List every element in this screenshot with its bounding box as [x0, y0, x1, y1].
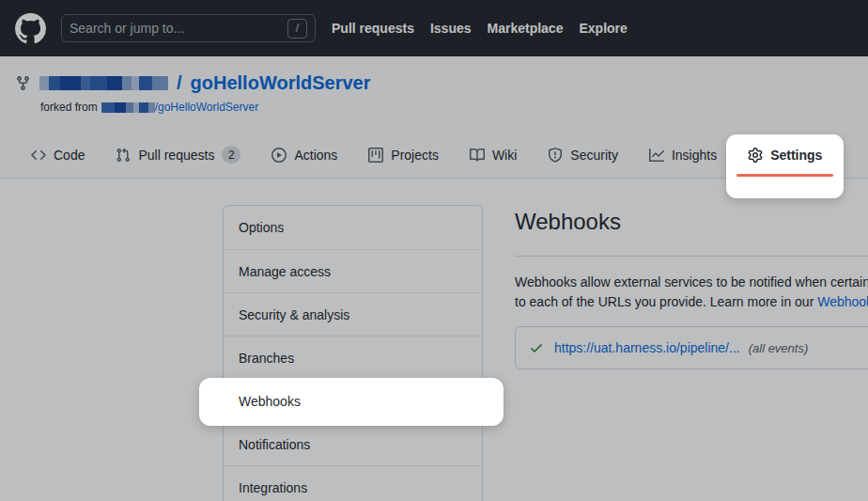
webhook-events-label: (all events) — [749, 341, 809, 355]
repo-title: / goHelloWorldServer — [15, 72, 853, 94]
tab-label: Security — [570, 148, 618, 163]
tab-label: Actions — [294, 148, 337, 163]
sidebar-item-notifications[interactable]: Notifications — [224, 422, 482, 465]
tab-actions[interactable]: Actions — [264, 132, 345, 178]
tab-label: Pull requests — [138, 148, 214, 163]
sidebar-item-integrations[interactable]: Integrations — [224, 465, 482, 501]
webhooks-description-line2: to each of the URLs you provide. Learn m… — [515, 292, 868, 312]
tab-projects[interactable]: Projects — [361, 132, 446, 178]
tab-label: Insights — [672, 148, 717, 163]
repo-breadcrumb-separator: / — [177, 72, 182, 94]
tab-insights[interactable]: Insights — [642, 132, 724, 178]
repo-header: / goHelloWorldServer forked from /goHell… — [0, 56, 868, 132]
tab-label: Settings — [770, 148, 822, 163]
sidebar-item-options[interactable]: Options — [224, 206, 482, 249]
nav-link-explore[interactable]: Explore — [579, 21, 627, 36]
nav-link-issues[interactable]: Issues — [430, 21, 472, 36]
forked-repo-link[interactable]: /goHelloWorldServer — [155, 101, 259, 114]
page-title: Webhooks — [515, 209, 868, 257]
selected-tab-underline — [736, 174, 833, 177]
project-icon — [368, 148, 383, 163]
description-text: to each of the URLs you provide. Learn m… — [515, 294, 817, 309]
redacted-fork-owner-blur[interactable] — [101, 102, 155, 113]
global-nav-links: Pull requests Issues Marketplace Explore — [332, 21, 628, 36]
tab-code[interactable]: Code — [23, 132, 92, 178]
pull-request-icon — [116, 148, 131, 163]
forked-from-label: forked from — [40, 101, 98, 114]
repo-name-link[interactable]: goHelloWorldServer — [191, 72, 371, 94]
forked-from-row: forked from /goHelloWorldServer — [40, 101, 853, 114]
gear-icon — [748, 148, 763, 163]
pull-requests-counter: 2 — [222, 146, 240, 164]
book-icon — [470, 148, 485, 163]
nav-link-pull-requests[interactable]: Pull requests — [332, 21, 414, 36]
settings-sidebar-menu: Options Manage access Security & analysi… — [223, 205, 483, 501]
webhooks-description-line1: Webhooks allow external services to be n… — [515, 273, 868, 292]
tab-security[interactable]: Security — [540, 132, 626, 178]
tab-label: Projects — [391, 148, 439, 163]
code-icon — [31, 148, 46, 163]
webhook-url-link[interactable]: https://uat.harness.io/pipeline/... — [554, 340, 740, 355]
play-icon — [271, 148, 287, 163]
repo-forked-icon — [15, 75, 31, 91]
tab-wiki[interactable]: Wiki — [462, 132, 524, 178]
search-input[interactable] — [70, 21, 287, 36]
graph-icon — [649, 148, 664, 163]
sidebar-item-branches[interactable]: Branches — [224, 336, 482, 379]
main-content: Webhooks Webhooks allow external service… — [515, 209, 868, 369]
github-logo-icon[interactable] — [15, 13, 46, 44]
check-icon — [529, 340, 544, 355]
webhook-list-item: https://uat.harness.io/pipeline/... (all… — [515, 326, 868, 369]
search-box[interactable]: / — [61, 14, 316, 42]
sidebar-item-webhooks[interactable]: Webhooks — [224, 379, 482, 422]
sidebar-item-manage-access[interactable]: Manage access — [224, 249, 482, 292]
tab-pull-requests[interactable]: Pull requests 2 — [108, 132, 248, 178]
top-nav: / Pull requests Issues Marketplace Explo… — [0, 0, 868, 56]
tab-label: Code — [54, 148, 85, 163]
redacted-owner-blur[interactable] — [39, 76, 168, 90]
webhooks-guide-link[interactable]: Webhooks Guide — [817, 294, 868, 309]
shield-icon — [548, 148, 563, 163]
slash-shortcut-badge: / — [287, 19, 307, 39]
sidebar-item-security-analysis[interactable]: Security & analysis — [224, 292, 482, 336]
tab-label: Wiki — [492, 148, 517, 163]
tab-settings[interactable]: Settings — [740, 132, 829, 178]
nav-link-marketplace[interactable]: Marketplace — [488, 21, 564, 36]
repo-tab-bar: Code Pull requests 2 Actions Projects Wi… — [0, 132, 868, 179]
